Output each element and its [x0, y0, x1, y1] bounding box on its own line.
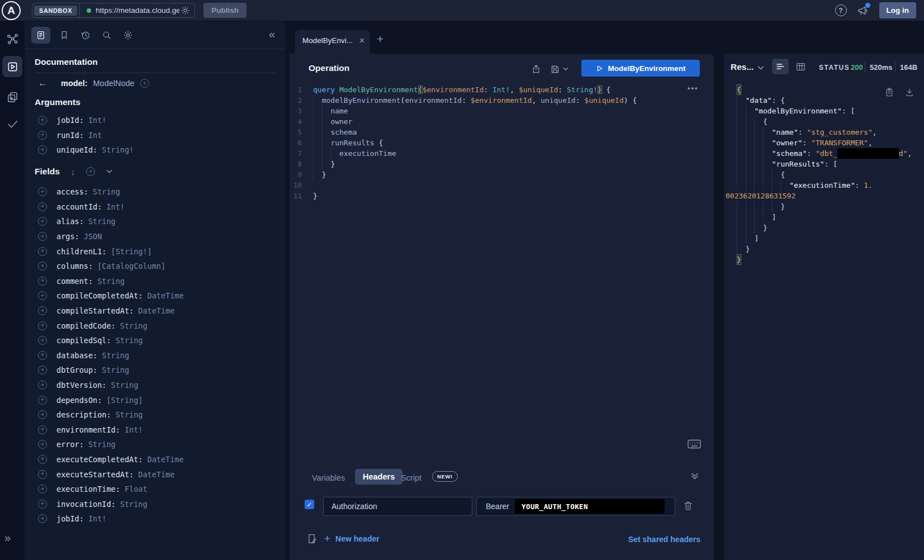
field-name[interactable]: access:: [56, 187, 88, 196]
query-editor[interactable]: 1query ModelByEnvironment($environmentId…: [290, 84, 714, 201]
sort-fields-icon[interactable]: ↓: [71, 167, 75, 177]
announcements-icon[interactable]: [857, 4, 869, 17]
field-type[interactable]: String: [116, 321, 148, 330]
field-name[interactable]: runId:: [56, 131, 84, 140]
field-name[interactable]: args:: [56, 232, 79, 241]
add-type-to-query-icon[interactable]: [140, 79, 149, 88]
add-field-to-query-icon[interactable]: [38, 351, 47, 360]
field-type[interactable]: DateTime: [134, 470, 174, 479]
share-operation-icon[interactable]: [531, 64, 541, 74]
response-dropdown[interactable]: Res...: [731, 62, 754, 72]
field-name[interactable]: environmentId:: [56, 425, 120, 434]
add-field-to-query-icon[interactable]: [38, 366, 47, 374]
add-field-to-query-icon[interactable]: [38, 455, 47, 464]
field-name[interactable]: executeStartedAt:: [56, 470, 134, 479]
publish-button[interactable]: Publish: [203, 3, 247, 18]
add-field-to-query-icon[interactable]: [38, 470, 47, 479]
add-field-to-query-icon[interactable]: [38, 485, 47, 493]
search-icon[interactable]: [102, 30, 112, 40]
field-name[interactable]: comment:: [56, 277, 93, 286]
field-type[interactable]: Int!: [102, 202, 125, 211]
field-type[interactable]: String: [93, 277, 125, 286]
field-name[interactable]: compiledSql:: [56, 336, 111, 345]
field-type[interactable]: Int!: [84, 514, 107, 523]
help-icon[interactable]: ?: [835, 4, 847, 16]
history-icon[interactable]: [80, 30, 91, 40]
checks-icon[interactable]: [6, 117, 19, 130]
new-header-button[interactable]: + New header: [324, 533, 380, 545]
collapse-docs-panel-icon[interactable]: «: [269, 28, 275, 41]
documentation-tab-active[interactable]: [31, 27, 50, 44]
operation-collections-icon[interactable]: [6, 91, 19, 103]
new-tab-icon[interactable]: +: [377, 32, 383, 46]
run-operation-button[interactable]: ModelByEnvironment: [581, 60, 700, 77]
add-field-to-query-icon[interactable]: [38, 187, 47, 196]
add-field-to-query-icon[interactable]: [38, 262, 47, 270]
add-field-to-query-icon[interactable]: [38, 500, 47, 509]
field-name[interactable]: childrenL1:: [56, 247, 106, 256]
field-name[interactable]: columns:: [56, 262, 93, 270]
field-name[interactable]: jobId:: [56, 116, 84, 125]
field-type[interactable]: String: [84, 217, 116, 226]
code-line[interactable]: 4owner: [290, 116, 714, 127]
field-name[interactable]: dbtGroup:: [56, 366, 97, 374]
bookmarks-icon[interactable]: [59, 30, 69, 40]
back-arrow-icon[interactable]: ←: [38, 78, 48, 89]
field-type[interactable]: DateTime: [143, 291, 183, 300]
header-key-input[interactable]: Authorization: [323, 497, 472, 516]
header-enabled-checkbox[interactable]: ✓: [305, 500, 314, 509]
field-type[interactable]: String: [106, 381, 138, 390]
field-type[interactable]: String: [97, 366, 129, 374]
tab-script[interactable]: Script: [401, 473, 421, 482]
endpoint-url-input[interactable]: https://metadata.cloud.get: [96, 6, 179, 15]
table-view-toggle[interactable]: [795, 61, 806, 72]
code-line[interactable]: 1query ModelByEnvironment($environmentId…: [290, 84, 714, 95]
edit-headers-raw-icon[interactable]: [306, 533, 317, 544]
field-name[interactable]: accountId:: [56, 202, 102, 211]
add-field-to-query-icon[interactable]: [38, 336, 47, 345]
field-type[interactable]: [String]: [102, 396, 143, 405]
code-line[interactable]: 6runResults {: [290, 137, 714, 148]
add-field-to-query-icon[interactable]: [38, 202, 47, 211]
apollo-logo[interactable]: A: [2, 1, 21, 20]
field-name[interactable]: executeCompletedAt:: [56, 455, 143, 464]
header-value-input[interactable]: Bearer YOUR_AUTH_TOKEN: [476, 497, 675, 516]
add-field-to-query-icon[interactable]: [38, 247, 47, 256]
field-name[interactable]: jobId:: [56, 514, 84, 523]
collapse-section-icon[interactable]: [691, 472, 699, 480]
code-line[interactable]: 5schema: [290, 127, 714, 137]
field-type[interactable]: Int!: [84, 116, 107, 125]
add-field-to-query-icon[interactable]: [38, 381, 47, 390]
field-type[interactable]: [String!]: [106, 247, 151, 256]
field-type[interactable]: String: [111, 410, 143, 419]
code-line[interactable]: 7executionTime: [290, 148, 714, 159]
field-name[interactable]: dependsOn:: [56, 396, 102, 405]
field-type[interactable]: String: [84, 440, 116, 449]
field-name[interactable]: compileCompletedAt:: [56, 291, 143, 300]
field-name[interactable]: invocationId:: [56, 500, 116, 509]
code-line[interactable]: 10: [290, 180, 714, 191]
field-name[interactable]: error:: [56, 440, 84, 449]
add-field-to-query-icon[interactable]: [38, 306, 47, 315]
field-type[interactable]: [CatalogColumn]: [93, 262, 165, 270]
add-field-to-query-icon[interactable]: [38, 277, 47, 286]
settings-icon[interactable]: [123, 30, 133, 40]
field-type[interactable]: Int!: [120, 425, 143, 434]
field-name[interactable]: uniqueId:: [56, 145, 97, 154]
formatted-view-toggle[interactable]: [772, 59, 789, 74]
add-field-to-query-icon[interactable]: [38, 232, 47, 241]
add-field-to-query-icon[interactable]: [38, 291, 47, 300]
code-line[interactable]: 8}: [290, 159, 714, 169]
field-type[interactable]: JSON: [79, 232, 102, 241]
set-shared-headers-link[interactable]: Set shared headers: [628, 535, 700, 544]
field-type[interactable]: DateTime: [143, 455, 183, 464]
add-all-fields-icon[interactable]: [86, 167, 95, 176]
field-name[interactable]: database:: [56, 351, 97, 360]
field-name[interactable]: compiledCode:: [56, 321, 116, 330]
close-tab-icon[interactable]: ×: [359, 36, 364, 46]
add-field-to-query-icon[interactable]: [38, 514, 47, 523]
field-type[interactable]: String: [111, 336, 143, 345]
code-line[interactable]: 2modelByEnvironment(environmentId: $envi…: [290, 95, 714, 106]
field-name[interactable]: compileStartedAt:: [56, 306, 134, 315]
tab-headers[interactable]: Headers: [355, 469, 402, 485]
